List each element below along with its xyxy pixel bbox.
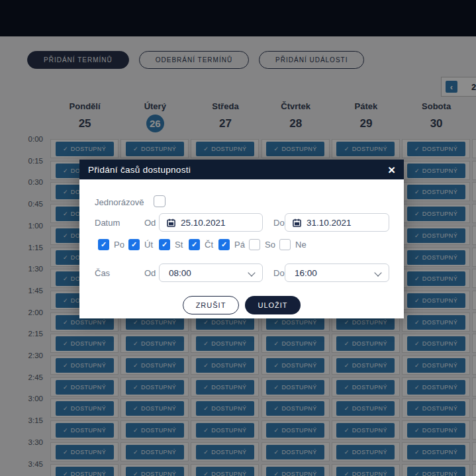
- weekday-label: Út: [144, 240, 153, 250]
- weekday-group: ✓Pá: [218, 239, 245, 250]
- date-label: Datum: [95, 218, 120, 228]
- weekday-label: Čt: [205, 240, 213, 250]
- time-to-value: 16:00: [295, 268, 317, 278]
- weekday-label: Pá: [234, 240, 245, 250]
- chevron-down-icon: [374, 269, 381, 276]
- modal-title: Přidání časů dostupnosti: [88, 165, 388, 175]
- weekday-group: ✓Čt: [189, 239, 213, 250]
- time-from-value: 08:00: [169, 268, 191, 278]
- time-from-select[interactable]: 08:00: [159, 263, 263, 282]
- weekday-group: ✓Út: [128, 239, 153, 250]
- weekday-checkbox-so[interactable]: [249, 239, 260, 250]
- date-from-label: Od: [144, 218, 156, 228]
- weekday-checkbox-út[interactable]: ✓: [128, 239, 140, 250]
- weekday-checkbox-ne[interactable]: [279, 239, 291, 250]
- weekday-group: ✓St: [159, 239, 183, 250]
- calendar-icon: [293, 218, 301, 227]
- chevron-down-icon: [248, 269, 255, 276]
- time-from-label: Od: [144, 268, 156, 278]
- time-label: Čas: [95, 268, 110, 278]
- one-time-checkbox[interactable]: [154, 195, 166, 207]
- date-to-input[interactable]: 31.10.2021: [285, 213, 389, 232]
- time-to-select[interactable]: 16:00: [285, 263, 389, 282]
- weekday-label: So: [265, 240, 275, 250]
- close-icon[interactable]: ×: [388, 164, 395, 176]
- date-to-value: 31.10.2021: [307, 218, 352, 228]
- weekday-label: Ne: [295, 240, 307, 250]
- weekday-group: Ne: [279, 239, 307, 250]
- weekday-checkbox-po[interactable]: ✓: [98, 239, 109, 250]
- calendar-icon: [167, 218, 175, 227]
- date-from-input[interactable]: 25.10.2021: [159, 213, 263, 232]
- add-availability-modal: Přidání časů dostupnosti × Jednorázově D…: [79, 160, 404, 318]
- time-to-label: Do: [273, 268, 285, 278]
- weekday-label: Po: [114, 240, 124, 250]
- save-button[interactable]: ULOŽIT: [245, 296, 301, 314]
- availability-scheduler-page: PŘIDÁNÍ TERMÍNŮ ODEBRÁNÍ TERMÍNŮ PŘIDÁNÍ…: [0, 0, 476, 476]
- modal-header: Přidání časů dostupnosti ×: [79, 160, 404, 179]
- weekday-checkbox-st[interactable]: ✓: [159, 239, 170, 250]
- date-to-label: Do: [273, 218, 285, 228]
- weekday-label: St: [175, 240, 183, 250]
- weekday-checkbox-čt[interactable]: ✓: [189, 239, 200, 250]
- weekday-group: So: [249, 239, 275, 250]
- cancel-button[interactable]: ZRUŠIT: [183, 296, 239, 314]
- weekday-group: ✓Po: [98, 239, 124, 250]
- date-from-value: 25.10.2021: [181, 218, 226, 228]
- one-time-label: Jednorázově: [95, 197, 144, 207]
- weekday-checkbox-pá[interactable]: ✓: [218, 239, 230, 250]
